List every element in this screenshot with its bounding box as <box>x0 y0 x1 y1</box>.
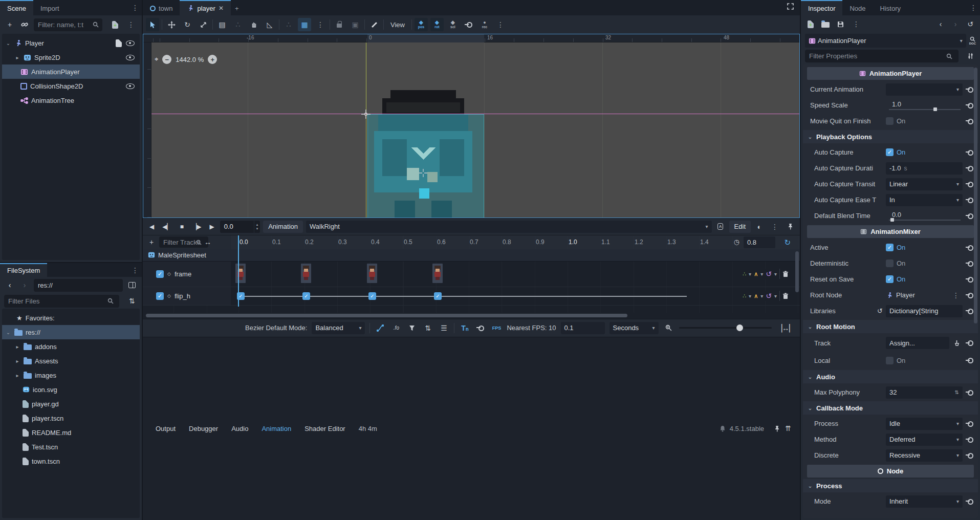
tab-import[interactable]: Import <box>33 0 67 15</box>
fs-file-player-tscn[interactable]: player.tscn <box>2 411 140 425</box>
bottom-tab-audio[interactable]: Audio <box>225 425 255 432</box>
animation-menu-button[interactable]: Animation <box>263 221 303 233</box>
discrete-callback-dropdown[interactable]: Recessive▾ <box>886 449 963 462</box>
movie-quit-checkbox[interactable]: On <box>886 117 963 125</box>
instance-scene-button[interactable] <box>19 18 30 31</box>
animation-key-menu-icon[interactable]: ⋮ <box>494 20 507 29</box>
pan-tool-icon[interactable] <box>247 18 260 31</box>
auto-capture-transition-dropdown[interactable]: Linear▾ <box>886 178 963 190</box>
checkbox-checked[interactable]: ✓ <box>886 244 894 251</box>
onion-skinning-icon[interactable]: ◐ <box>754 221 765 233</box>
visibility-eye-icon[interactable] <box>126 55 135 60</box>
fs-folder-images[interactable]: ▸ images <box>2 368 140 382</box>
key-icon[interactable] <box>966 340 974 345</box>
auto-capture-checkbox[interactable]: ✓On <box>886 148 963 156</box>
edit-history-icon[interactable]: ↺ <box>965 18 976 30</box>
autokey-rotation-button[interactable]: ◆rot <box>430 18 444 31</box>
bottom-tab-animation[interactable]: Animation <box>255 425 298 432</box>
autoplay-on-load-icon[interactable]: A <box>715 221 726 233</box>
script-icon[interactable] <box>116 39 122 47</box>
loop-wrap-icon[interactable]: ↺ <box>766 270 772 278</box>
resource-menu-icon[interactable]: ⋮ <box>850 20 863 28</box>
group-list-icon[interactable]: ☰ <box>438 322 449 334</box>
key-icon[interactable] <box>966 103 974 108</box>
chevron-down-icon[interactable]: ▾ <box>760 271 763 277</box>
expand-bottom-panel-icon[interactable]: ⇈ <box>782 422 794 435</box>
reset-on-save-checkbox[interactable]: ✓On <box>886 275 963 283</box>
scene-dock-menu-icon[interactable]: ⋮ <box>128 0 142 15</box>
animation-name-dropdown[interactable]: WalkRight ▾ <box>306 221 712 233</box>
track-row-frame[interactable]: ✓ ◇ frame ∴▾ ∧▾ ↺▾ <box>143 262 800 287</box>
scrollbar-thumb[interactable] <box>146 314 627 317</box>
playhead[interactable] <box>238 235 239 250</box>
autokey-position-button[interactable]: ◆pos <box>415 18 428 31</box>
tab-filesystem[interactable]: FileSystem <box>0 263 47 277</box>
keyframe[interactable] <box>367 264 377 283</box>
update-mode-icon[interactable]: ∴ <box>743 271 746 277</box>
new-scene-tab-button[interactable]: + <box>231 0 243 15</box>
spinbox-arrows[interactable]: ▴▾ <box>254 221 260 233</box>
stop-icon[interactable]: ■ <box>178 223 186 230</box>
filesystem-menu-icon[interactable]: ⋮ <box>128 263 142 277</box>
scene-node-player[interactable]: ⌄ Player <box>2 36 140 50</box>
list-select-icon[interactable]: ▤ <box>215 18 229 31</box>
section-callback-mode[interactable]: ⌄Callback Mode <box>803 401 978 415</box>
timeline-ruler[interactable]: 0.0 0.1 0.2 0.3 0.4 0.5 0.6 0.7 0.8 0.9 … <box>231 235 800 250</box>
fs-file-readme[interactable]: README.md <box>2 425 140 440</box>
tab-scene[interactable]: Scene <box>0 0 33 15</box>
snap-keys-icon[interactable]: ↔ <box>202 236 213 248</box>
clear-brush-icon[interactable] <box>951 337 963 349</box>
visibility-eye-icon[interactable] <box>126 40 135 46</box>
keyframe[interactable]: ✓ <box>368 292 376 300</box>
inspector-menu-icon[interactable]: ⋮ <box>967 0 980 15</box>
play-icon[interactable]: ▶ <box>207 223 216 230</box>
animation-rec-button[interactable]: ●rec <box>478 18 491 31</box>
snap-options-menu-icon[interactable]: ⋮ <box>314 20 327 29</box>
timeline-zoom-slider[interactable] <box>679 327 772 329</box>
linear-time-icon[interactable]: Tₙ <box>459 322 470 334</box>
fs-file-icon-svg[interactable]: icon.svg <box>2 382 140 397</box>
key-insert-icon[interactable] <box>475 322 486 334</box>
slider-grabber[interactable] <box>890 218 894 222</box>
fs-folder-addons[interactable]: ▸ addons <box>2 339 140 354</box>
select-tool-icon[interactable] <box>146 18 159 31</box>
key-icon[interactable] <box>966 453 974 458</box>
tab-inspector[interactable]: Inspector <box>801 0 842 15</box>
bottom-tab-shader-editor[interactable]: Shader Editor <box>298 425 352 432</box>
key-icon[interactable] <box>966 421 974 426</box>
filter-funnel-icon[interactable] <box>406 322 418 334</box>
nav-forward-icon[interactable]: › <box>19 279 30 291</box>
key-icon[interactable] <box>966 309 974 314</box>
key-icon[interactable] <box>966 166 974 171</box>
speed-scale-input[interactable]: 1.0 <box>886 100 963 110</box>
rotate-tool-icon[interactable]: ↻ <box>181 18 194 31</box>
update-mode-icon[interactable]: ∴ <box>743 293 746 299</box>
key-icon[interactable] <box>966 87 974 92</box>
autokey-scale-button[interactable]: ◆scl <box>446 18 460 31</box>
scene-toolbar-menu-icon[interactable]: ⋮ <box>124 20 138 29</box>
root-node-picker[interactable]: Player ⋮ <box>886 291 963 299</box>
fs-folder-assests[interactable]: ▸ Assests <box>2 354 140 368</box>
key-icon[interactable] <box>966 198 974 203</box>
bottom-tab-debugger[interactable]: Debugger <box>182 425 225 432</box>
track-enabled-checkbox[interactable]: ✓ <box>156 270 164 278</box>
add-track-button[interactable]: + <box>146 236 157 248</box>
close-icon[interactable]: ✕ <box>219 5 224 12</box>
chevron-down-icon[interactable]: ▾ <box>749 271 751 277</box>
key-icon[interactable] <box>966 499 974 504</box>
max-polyphony-spinbox[interactable]: 32⇅ <box>886 386 963 399</box>
slider[interactable] <box>889 220 961 221</box>
expand-icon[interactable]: ▸ <box>14 344 20 350</box>
bottom-tab-output[interactable]: Output <box>149 425 182 432</box>
key-icon[interactable] <box>966 437 974 442</box>
local-checkbox[interactable]: On <box>886 357 963 364</box>
skeleton-bone-icon[interactable] <box>367 18 381 31</box>
loop-wrap-icon[interactable]: ↺ <box>766 292 772 300</box>
loop-mode-icon[interactable]: ↻ <box>784 238 791 247</box>
chevron-down-icon[interactable]: ▾ <box>760 293 763 299</box>
playhead[interactable] <box>238 249 239 307</box>
insert-key-icon[interactable] <box>462 18 475 31</box>
slider-grabber[interactable] <box>933 107 937 111</box>
filter-properties-input[interactable] <box>805 50 959 62</box>
key-icon[interactable] <box>966 182 974 187</box>
